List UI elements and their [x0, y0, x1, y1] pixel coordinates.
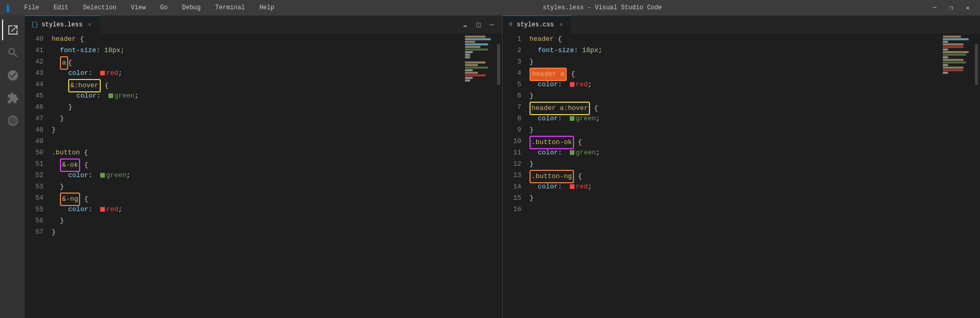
menu-bar: File Edit Selection View Go Debug Termin…: [21, 3, 277, 12]
tab-close-styles-less[interactable]: ×: [86, 21, 94, 29]
left-editor-actions: ☁ ◫ ⋯: [459, 15, 502, 34]
minimize-button[interactable]: ─: [927, 3, 942, 13]
css-line-7: header a:hover {: [530, 102, 931, 113]
menu-debug[interactable]: Debug: [179, 3, 204, 12]
css-line-3: }: [530, 56, 931, 68]
more-actions-icon[interactable]: ⋯: [486, 19, 498, 31]
css-line-16: [530, 204, 931, 215]
main-layout: {} styles.less × ☁ ◫ ⋯ 40 41 42 43 44 4: [0, 15, 980, 318]
window-title: styles.less - Visual Studio Code: [543, 4, 662, 11]
close-button[interactable]: ✕: [960, 3, 975, 13]
menu-go[interactable]: Go: [157, 3, 170, 12]
menu-help[interactable]: Help: [256, 3, 277, 12]
vscode-logo: ❚: [5, 2, 11, 13]
css-line-4: header a {: [530, 68, 931, 79]
split-editor-icon[interactable]: ◫: [472, 19, 485, 31]
css-line-11: color: green;: [530, 147, 931, 158]
tab-styles-css[interactable]: # styles.css ×: [503, 15, 572, 34]
code-line-47: }: [52, 113, 454, 124]
css-line-9: }: [530, 124, 931, 136]
activity-git[interactable]: [2, 65, 23, 86]
title-bar: ❚ File Edit Selection View Go Debug Term…: [0, 0, 980, 15]
left-editor-pane: {} styles.less × ☁ ◫ ⋯ 40 41 42 43 44 4: [25, 15, 502, 318]
css-line-8: color: green;: [530, 113, 931, 124]
activity-extensions[interactable]: [2, 88, 23, 108]
left-code-content: header { font-size: 18px; a{ color: red;…: [52, 34, 464, 318]
tab-label-styles-less: styles.less: [41, 21, 82, 28]
less-file-icon: {}: [31, 21, 38, 28]
left-minimap: [464, 34, 495, 318]
menu-terminal[interactable]: Terminal: [212, 3, 248, 12]
left-line-numbers: 40 41 42 43 44 45 46 47 48 49 50 51 52 5…: [25, 34, 52, 318]
menu-file[interactable]: File: [21, 3, 42, 12]
left-code-area[interactable]: 40 41 42 43 44 45 46 47 48 49 50 51 52 5…: [25, 34, 502, 318]
left-scrollbar-thumb[interactable]: [497, 44, 500, 85]
code-line-42: a{: [52, 56, 454, 68]
right-minimap: [942, 34, 973, 318]
right-scrollbar[interactable]: [973, 34, 980, 318]
code-line-41: font-size: 18px;: [52, 45, 454, 56]
right-tab-bar: # styles.css ×: [503, 15, 980, 34]
code-line-51: &-ok {: [52, 158, 454, 170]
css-line-10: .button-ok {: [530, 136, 931, 147]
menu-view[interactable]: View: [128, 3, 149, 12]
maximize-button[interactable]: ❐: [944, 3, 958, 13]
css-line-12: }: [530, 158, 931, 170]
css-line-13: .button-ng {: [530, 170, 931, 181]
right-scrollbar-thumb[interactable]: [975, 44, 978, 85]
tab-label-styles-css: styles.css: [517, 21, 554, 28]
code-line-48: }: [52, 124, 454, 136]
left-scrollbar[interactable]: [495, 34, 502, 318]
css-line-5: color: red;: [530, 79, 931, 90]
code-line-56: }: [52, 215, 454, 227]
code-line-44: &:hover {: [52, 79, 454, 90]
left-tab-bar: {} styles.less × ☁ ◫ ⋯: [25, 15, 502, 34]
activity-search[interactable]: [2, 42, 23, 63]
cloud-upload-icon[interactable]: ☁: [459, 19, 471, 31]
right-code-content: header { font-size: 18px; } header a { c…: [530, 34, 942, 318]
code-line-55: color: red;: [52, 204, 454, 215]
code-line-53: }: [52, 181, 454, 193]
css-line-6: }: [530, 90, 931, 102]
editors-container: {} styles.less × ☁ ◫ ⋯ 40 41 42 43 44 4: [25, 15, 980, 318]
css-line-2: font-size: 18px;: [530, 45, 931, 56]
css-line-1: header {: [530, 34, 931, 45]
menu-edit[interactable]: Edit: [51, 3, 72, 12]
code-line-50: .button {: [52, 147, 454, 158]
right-editor-pane: # styles.css × 1 2 3 4 5 6 7 8 9 10 1: [502, 15, 980, 318]
activity-explorer[interactable]: [2, 20, 23, 40]
window-controls: ─ ❐ ✕: [927, 3, 975, 13]
code-line-43: color: red;: [52, 68, 454, 79]
menu-selection[interactable]: Selection: [80, 3, 119, 12]
code-line-57: }: [52, 227, 454, 238]
right-code-area[interactable]: 1 2 3 4 5 6 7 8 9 10 11 12 13 14 15 16: [503, 34, 980, 318]
code-line-40: header {: [52, 34, 454, 45]
code-line-49: [52, 136, 454, 147]
code-line-52: color: green;: [52, 170, 454, 181]
css-line-14: color: red;: [530, 181, 931, 193]
css-line-15: }: [530, 193, 931, 204]
tab-styles-less[interactable]: {} styles.less ×: [25, 15, 101, 34]
code-line-54: &-ng {: [52, 193, 454, 204]
tab-close-styles-css[interactable]: ×: [557, 21, 565, 29]
right-line-numbers: 1 2 3 4 5 6 7 8 9 10 11 12 13 14 15 16: [503, 34, 530, 318]
code-line-45: color: green;: [52, 90, 454, 102]
activity-bar: [0, 15, 25, 318]
title-bar-left: ❚ File Edit Selection View Go Debug Term…: [5, 2, 277, 13]
code-line-46: }: [52, 102, 454, 113]
activity-remote[interactable]: [2, 110, 23, 131]
css-file-icon: #: [509, 21, 512, 28]
